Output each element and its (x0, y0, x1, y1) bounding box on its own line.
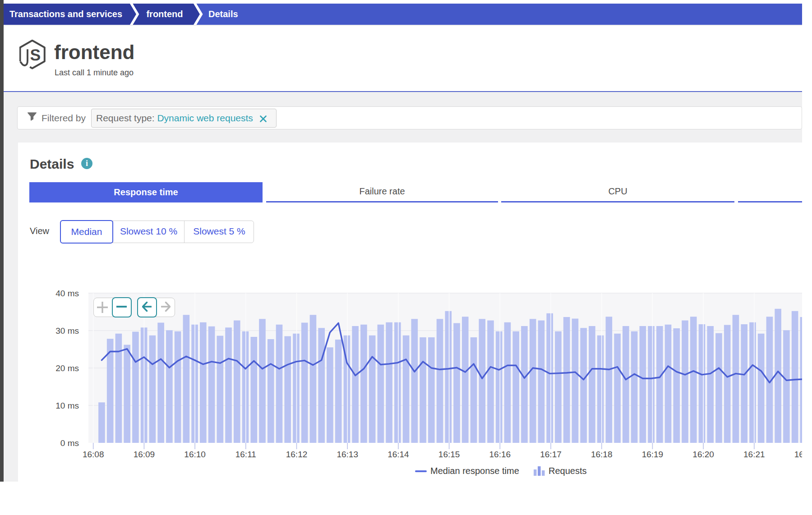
svg-text:16:16: 16:16 (489, 450, 511, 459)
svg-text:40 ms: 40 ms (55, 289, 79, 298)
svg-text:16:13: 16:13 (337, 450, 358, 459)
svg-text:16:21: 16:21 (743, 450, 765, 459)
svg-text:16:14: 16:14 (388, 450, 409, 459)
svg-text:16:15: 16:15 (438, 450, 460, 459)
svg-text:16:20: 16:20 (692, 450, 714, 459)
svg-text:16:19: 16:19 (642, 450, 664, 459)
svg-text:0 ms: 0 ms (60, 438, 79, 448)
svg-text:16:10: 16:10 (184, 450, 206, 459)
svg-text:Transactions and services: Transactions and services (9, 9, 122, 19)
svg-text:frontend: frontend (146, 9, 183, 19)
svg-text:16:11: 16:11 (235, 450, 256, 459)
svg-text:16:12: 16:12 (286, 450, 308, 459)
svg-text:10 ms: 10 ms (55, 401, 79, 410)
svg-text:20 ms: 20 ms (55, 363, 79, 373)
svg-text:S: S (30, 46, 41, 64)
svg-text:16:22: 16:22 (794, 450, 802, 459)
svg-text:Details: Details (208, 9, 238, 19)
svg-text:30 ms: 30 ms (55, 326, 79, 336)
svg-text:16:18: 16:18 (591, 450, 613, 459)
svg-text:16:09: 16:09 (134, 450, 155, 459)
svg-text:16:08: 16:08 (83, 450, 104, 459)
svg-text:16:17: 16:17 (540, 450, 562, 459)
